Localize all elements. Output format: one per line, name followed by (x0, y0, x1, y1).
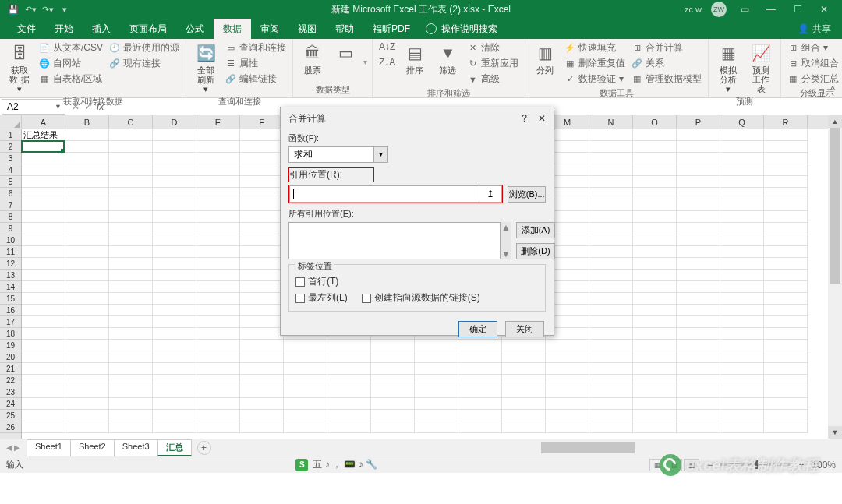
cell[interactable] (764, 141, 808, 153)
row-header[interactable]: 25 (0, 410, 21, 421)
row-header[interactable]: 24 (0, 398, 21, 410)
cell[interactable] (371, 410, 415, 421)
cell[interactable] (153, 129, 196, 141)
cell[interactable] (65, 199, 109, 211)
cell[interactable] (196, 340, 240, 351)
cell[interactable] (109, 386, 153, 398)
cell[interactable] (677, 386, 720, 398)
column-header[interactable]: N (589, 115, 633, 129)
cell[interactable] (415, 410, 458, 421)
row-header[interactable]: 22 (0, 375, 21, 386)
cell[interactable] (240, 328, 284, 340)
cell[interactable] (240, 293, 284, 305)
cell[interactable] (633, 293, 677, 305)
cell[interactable] (240, 281, 284, 293)
cell[interactable] (720, 421, 764, 433)
cell[interactable] (109, 421, 153, 433)
cell[interactable] (589, 421, 633, 433)
cell[interactable] (153, 328, 196, 340)
cell[interactable] (546, 363, 589, 375)
ok-button[interactable]: 确定 (458, 321, 497, 337)
cell[interactable] (589, 375, 633, 386)
ungroup-button[interactable]: ⊟取消组合 ▾ (786, 56, 842, 71)
tab-home[interactable]: 开始 (45, 19, 83, 39)
cell[interactable] (720, 305, 764, 316)
cell[interactable] (677, 246, 720, 258)
row-header[interactable]: 18 (0, 328, 21, 340)
cell[interactable] (633, 234, 677, 246)
cell[interactable] (633, 398, 677, 410)
cell[interactable] (22, 305, 65, 316)
cell[interactable] (764, 234, 808, 246)
cell[interactable] (371, 398, 415, 410)
cell[interactable] (633, 223, 677, 234)
cell[interactable] (196, 199, 240, 211)
cell[interactable] (764, 328, 808, 340)
tab-review[interactable]: 审阅 (251, 19, 288, 39)
cell[interactable] (196, 421, 240, 433)
cell[interactable] (153, 176, 196, 188)
cell[interactable] (153, 363, 196, 375)
cell[interactable] (196, 281, 240, 293)
row-header[interactable]: 1 (0, 129, 21, 141)
cell[interactable] (65, 281, 109, 293)
help-icon[interactable]: ? (522, 113, 527, 124)
cell[interactable] (764, 199, 808, 211)
row-header[interactable]: 9 (0, 223, 21, 234)
cell[interactable] (764, 129, 808, 141)
column-header[interactable]: Q (720, 115, 764, 129)
function-select[interactable]: 求和 ▼ (288, 146, 388, 163)
cell[interactable] (546, 410, 589, 421)
cell[interactable] (764, 351, 808, 363)
cell[interactable] (240, 316, 284, 328)
cell[interactable] (764, 164, 808, 176)
cell[interactable] (196, 246, 240, 258)
cell[interactable] (196, 176, 240, 188)
list-scrollbar[interactable]: ▲▼ (501, 222, 511, 259)
cell[interactable] (22, 410, 65, 421)
cell[interactable] (589, 211, 633, 223)
sort-desc[interactable]: Z↓A (377, 56, 397, 69)
horizontal-scrollbar[interactable] (530, 442, 842, 454)
cell[interactable] (196, 363, 240, 375)
row-header[interactable]: 16 (0, 305, 21, 316)
cell[interactable] (22, 386, 65, 398)
cell[interactable] (589, 363, 633, 375)
cell[interactable] (458, 421, 502, 433)
cell[interactable] (153, 258, 196, 270)
cell[interactable] (22, 164, 65, 176)
cell[interactable] (22, 328, 65, 340)
queries-connections[interactable]: ▭查询和连接 (224, 41, 288, 55)
cell[interactable] (633, 351, 677, 363)
cell[interactable] (327, 421, 371, 433)
cell[interactable] (240, 375, 284, 386)
cell[interactable] (502, 421, 546, 433)
row-header[interactable]: 13 (0, 270, 21, 281)
cell[interactable] (415, 386, 458, 398)
cell[interactable] (764, 410, 808, 421)
cell[interactable] (65, 176, 109, 188)
cell[interactable] (109, 340, 153, 351)
tab-layout[interactable]: 页面布局 (120, 19, 176, 39)
row-header[interactable]: 20 (0, 351, 21, 363)
all-refs-list[interactable] (288, 222, 501, 259)
ribbon-options-icon[interactable]: ▭ (736, 1, 753, 18)
edit-links[interactable]: 🔗编辑链接 (224, 72, 288, 86)
cell[interactable] (240, 164, 284, 176)
cell[interactable] (677, 351, 720, 363)
cell[interactable] (633, 258, 677, 270)
cell[interactable] (196, 141, 240, 153)
cell[interactable] (196, 386, 240, 398)
scroll-thumb[interactable] (830, 128, 840, 284)
cell[interactable] (633, 316, 677, 328)
column-header[interactable]: A (22, 115, 65, 129)
forecast-button[interactable]: 📈预测 工作表 (746, 41, 776, 95)
cell[interactable] (502, 363, 546, 375)
cell[interactable] (589, 351, 633, 363)
cell[interactable] (109, 305, 153, 316)
cell[interactable] (284, 410, 327, 421)
cell[interactable] (589, 129, 633, 141)
properties[interactable]: ☰属性 (224, 56, 288, 71)
cell[interactable] (633, 270, 677, 281)
column-header[interactable]: P (677, 115, 720, 129)
